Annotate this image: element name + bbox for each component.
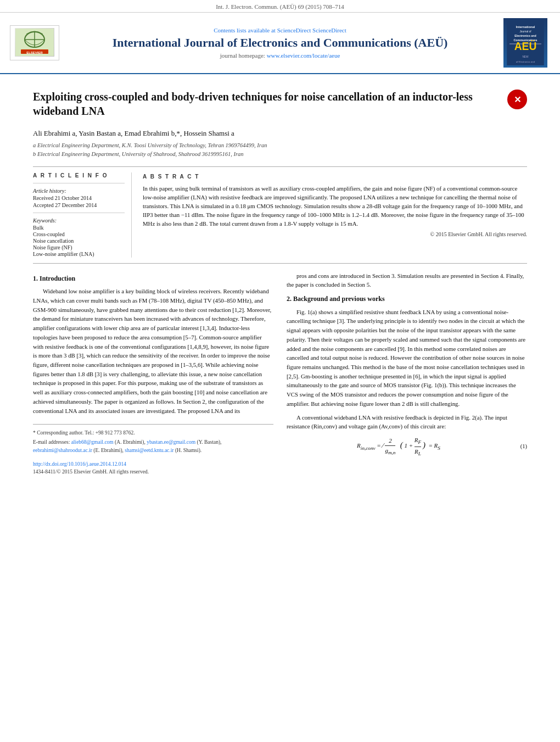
top-bar: Int. J. Electron. Commun. (AEÜ) 69 (2015… — [0, 0, 560, 13]
bg-paragraph-1: Fig. 1(a) shows a simplified resistive s… — [287, 308, 527, 409]
affiliation-a: a Electrical Engineering Department, K.N… — [33, 141, 527, 150]
email2-link[interactable]: ybastan.ee@gmail.com — [147, 439, 195, 445]
doi-link[interactable]: http://dx.doi.org/10.1016/j.aeue.2014.12… — [33, 461, 126, 467]
email3-link[interactable]: eebrahimi@shahroodut.ac.ir — [33, 448, 92, 453]
email4-name: (H. Shamsi). — [175, 448, 201, 453]
svg-text:AEÜ: AEÜ — [514, 40, 537, 52]
journal-logo-box: International Journal of Electronics and… — [503, 18, 547, 68]
formula-1: Rin,conv = ⁄ 2 gm,n ( 1 + RF RL ) = RS — [287, 436, 511, 458]
affiliations: a Electrical Engineering Department, K.N… — [33, 141, 527, 159]
keyword-3: Noise cancellation — [33, 238, 125, 244]
paper-title: Exploiting cross-coupled and body-driven… — [33, 90, 496, 118]
svg-text:af Electronics and: af Electronics and — [516, 60, 535, 63]
right-col: pros and cons are introduced in Section … — [287, 271, 527, 476]
abstract-text: In this paper, using bulk terminal of tr… — [143, 184, 527, 228]
accepted-date: Accepted 27 December 2014 — [33, 202, 125, 208]
elsevier-logo-image: ELSEVIER — [15, 28, 54, 57]
paper-title-section: Exploiting cross-coupled and body-driven… — [33, 90, 527, 124]
bg-paragraph-2: A conventional wideband LNA with resisti… — [287, 413, 527, 431]
abstract-col: A B S T R A C T In this paper, using bul… — [143, 172, 527, 258]
crossmark-logo: ✕ — [507, 90, 527, 109]
journal-homepage: journal homepage: www.elsevier.com/locat… — [65, 52, 495, 59]
article-info: A R T I C L E I N F O Article history: R… — [33, 172, 132, 258]
body-two-col: 1. Introduction Wideband low noise ampli… — [33, 271, 527, 476]
keyword-5: Low-noise amplifier (LNA) — [33, 251, 125, 257]
keyword-2: Cross-coupled — [33, 231, 125, 237]
journal-logo-right: International Journal of Electronics and… — [501, 18, 550, 68]
footnote-section: * Corresponding author. Tel.: +98 912 77… — [33, 424, 273, 454]
svg-text:International: International — [516, 25, 535, 29]
main-content: Exploiting cross-coupled and body-driven… — [0, 74, 560, 486]
emails-label: E-mail addresses: — [33, 439, 70, 445]
formula-1-block: Rin,conv = ⁄ 2 gm,n ( 1 + RF RL ) = RS — [287, 436, 527, 458]
keywords-block: Keywords: Bulk Cross-coupled Noise cance… — [33, 217, 125, 257]
email1-name: (A. Ebrahimi), — [115, 439, 145, 445]
article-info-abstract: A R T I C L E I N F O Article history: R… — [33, 166, 527, 264]
email4-link[interactable]: shamsi@eetd.kntu.ac.ir — [125, 448, 173, 453]
page: Int. J. Electron. Commun. (AEÜ) 69 (2015… — [0, 0, 560, 742]
right-intro-para: pros and cons are introduced in Section … — [287, 271, 527, 289]
email1-link[interactable]: alieb68@gmail.com — [71, 439, 114, 445]
doi-section: http://dx.doi.org/10.1016/j.aeue.2014.12… — [33, 460, 273, 476]
received-date: Received 21 October 2014 — [33, 195, 125, 201]
sciencedirect-text: Contents lists available at ScienceDirec… — [65, 27, 495, 34]
formula-1-number: (1) — [511, 442, 527, 451]
keyword-4: Noise figure (NF) — [33, 244, 125, 250]
authors-line: Ali Ebrahimi a, Yasin Bastan a, Emad Ebr… — [33, 129, 527, 138]
article-info-title: A R T I C L E I N F O — [33, 172, 125, 178]
email3-name: (E. Ebrahimi), — [93, 448, 124, 453]
keywords-label: Keywords: — [33, 217, 125, 224]
keyword-1: Bulk — [33, 225, 125, 231]
journal-header: ELSEVIER Contents lists available at Sci… — [0, 13, 560, 74]
email2-name: (Y. Bastan), — [197, 439, 221, 445]
left-col: 1. Introduction Wideband low noise ampli… — [33, 271, 273, 476]
bg-heading: 2. Background and previous works — [287, 294, 527, 304]
svg-text:Electronics and: Electronics and — [514, 34, 536, 37]
issn-text: 1434-8411/© 2015 Elsevier GmbH. All righ… — [33, 468, 273, 476]
article-history-label: Article history: — [33, 188, 125, 194]
journal-header-center: Contents lists available at ScienceDirec… — [65, 27, 495, 59]
copyright-text: © 2015 Elsevier GmbH. All rights reserve… — [143, 230, 527, 238]
email-line: E-mail addresses: alieb68@gmail.com (A. … — [33, 438, 273, 454]
intro-paragraph: Wideband low noise amplifier is a key bu… — [33, 287, 273, 415]
corresponding-author: * Corresponding author. Tel.: +98 912 77… — [33, 429, 273, 437]
elsevier-logo: ELSEVIER — [10, 25, 59, 60]
affiliation-b: b Electrical Engineering Department, Uni… — [33, 150, 527, 159]
svg-text:ELSEVIER: ELSEVIER — [26, 51, 43, 54]
journal-homepage-link[interactable]: www.elsevier.com/locate/aeue — [267, 52, 340, 59]
abstract-title: A B S T R A C T — [143, 172, 527, 181]
citation-text: Int. J. Electron. Commun. (AEÜ) 69 (2015… — [216, 3, 344, 10]
svg-text:NEW: NEW — [522, 55, 529, 58]
journal-title: International Journal of Electronics and… — [65, 36, 495, 50]
sciencedirect-link[interactable]: ScienceDirect — [312, 27, 346, 34]
svg-text:Journal of: Journal of — [519, 30, 531, 33]
intro-heading: 1. Introduction — [33, 274, 273, 284]
